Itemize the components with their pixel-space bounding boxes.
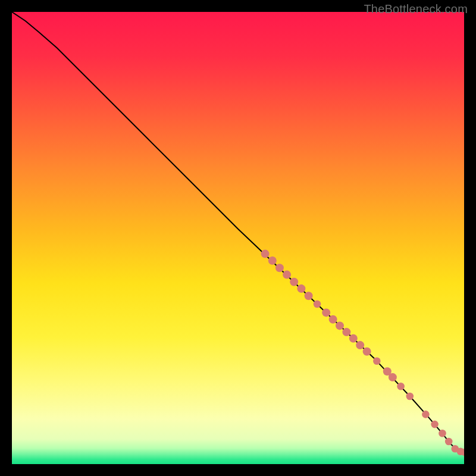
data-marker [397, 383, 405, 390]
data-marker [445, 438, 453, 446]
data-marker [363, 347, 371, 356]
data-marker [342, 328, 350, 336]
data-marker [431, 421, 439, 428]
plot-svg [12, 12, 464, 464]
data-marker [283, 271, 291, 279]
data-marker [297, 284, 305, 293]
plot-area [12, 12, 464, 464]
data-marker [305, 292, 313, 300]
data-marker [275, 264, 284, 272]
watermark-label: TheBottleneck.com [364, 2, 468, 16]
data-marker [268, 256, 277, 265]
data-marker [389, 373, 397, 381]
data-marker [290, 278, 298, 286]
gradient-background [12, 12, 464, 464]
data-marker [406, 393, 414, 400]
data-marker [261, 250, 270, 258]
chart-stage: TheBottleneck.com [0, 0, 476, 476]
data-marker [373, 357, 381, 365]
data-marker [439, 430, 446, 437]
data-marker [356, 341, 364, 349]
data-marker [422, 411, 430, 418]
data-marker [336, 321, 344, 330]
data-marker [314, 300, 321, 308]
data-marker [329, 315, 337, 324]
data-marker [349, 334, 358, 343]
data-marker [322, 308, 330, 317]
